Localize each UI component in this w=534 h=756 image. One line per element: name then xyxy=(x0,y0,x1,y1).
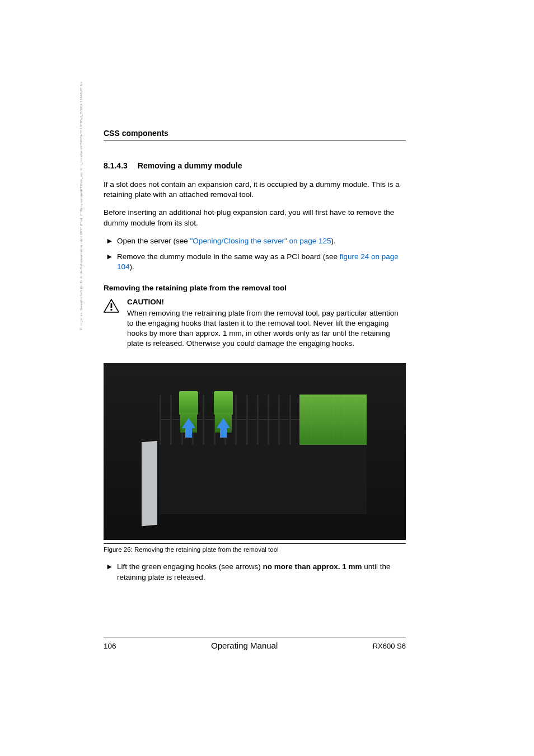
b1-prefix: Open the server (see xyxy=(117,237,190,245)
final-instruction-item: ► Lift the green engaging hooks (see arr… xyxy=(104,562,406,582)
final-bold: no more than approx. 1 mm xyxy=(263,562,362,571)
caution-icon xyxy=(104,305,119,314)
bullet-marker-icon: ► xyxy=(106,252,117,272)
footer-row: 106 Operating Manual RX600 S6 xyxy=(104,641,406,650)
page-content: CSS components 8.1.4.3Removing a dummy m… xyxy=(104,129,406,590)
caution-block: CAUTION! When removing the retraining pl… xyxy=(104,298,406,349)
instruction-text-2: Remove the dummy module in the same way … xyxy=(117,252,406,272)
b2-prefix: Remove the dummy module in the same way … xyxy=(117,252,340,261)
instruction-item-2: ► Remove the dummy module in the same wa… xyxy=(104,252,406,272)
svg-point-2 xyxy=(110,308,112,310)
section-title: Removing a dummy module xyxy=(138,161,242,170)
svg-rect-1 xyxy=(111,303,113,308)
footer-model: RX600 S6 xyxy=(373,642,406,650)
figure-26-image xyxy=(104,363,406,540)
b1-suffix: ). xyxy=(331,237,336,245)
caution-content: CAUTION! When removing the retraining pl… xyxy=(127,298,406,349)
link-opening-closing[interactable]: "Opening/Closing the server" on page 125 xyxy=(190,237,331,245)
footer-rule xyxy=(104,637,406,637)
running-header: CSS components xyxy=(104,129,406,138)
final-prefix: Lift the green engaging hooks (see arrow… xyxy=(117,562,263,571)
section-heading: 8.1.4.3Removing a dummy module xyxy=(104,161,406,171)
sub-heading: Removing the retaining plate from the re… xyxy=(104,284,406,292)
bullet-marker-icon: ► xyxy=(106,236,117,246)
final-instruction-text: Lift the green engaging hooks (see arrow… xyxy=(117,562,406,582)
side-metadata-text: © cognitas. Gesellschaft für Technik-Dok… xyxy=(79,82,83,330)
footer-page-number: 106 xyxy=(104,642,116,650)
figure-rule xyxy=(104,543,406,544)
header-rule xyxy=(104,140,406,140)
caution-icon-wrap xyxy=(104,298,127,315)
paragraph-1: If a slot does not contain an expansion … xyxy=(104,180,406,200)
paragraph-2: Before inserting an additional hot-plug … xyxy=(104,208,406,228)
page-footer: 106 Operating Manual RX600 S6 xyxy=(104,637,406,650)
caution-title: CAUTION! xyxy=(127,298,406,306)
final-instruction-list: ► Lift the green engaging hooks (see arr… xyxy=(104,562,406,582)
b2-suffix: ). xyxy=(130,262,134,271)
caution-text: When removing the retraining plate from … xyxy=(127,308,406,349)
footer-doc-title: Operating Manual xyxy=(211,641,278,650)
instruction-list: ► Open the server (see "Opening/Closing … xyxy=(104,236,406,273)
section-number: 8.1.4.3 xyxy=(104,161,128,170)
instruction-item-1: ► Open the server (see "Opening/Closing … xyxy=(104,236,406,246)
figure-caption: Figure 26: Removing the retaining plate … xyxy=(104,546,406,553)
instruction-text-1: Open the server (see "Opening/Closing th… xyxy=(117,236,406,246)
bullet-marker-icon: ► xyxy=(106,562,117,582)
